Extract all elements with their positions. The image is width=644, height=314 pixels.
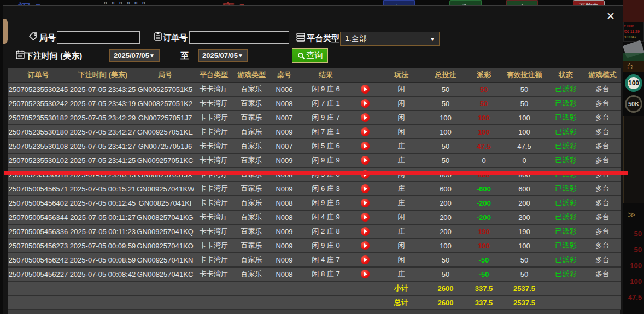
cell-game-type: 百家乐 bbox=[234, 267, 269, 281]
cell-replay bbox=[352, 182, 378, 196]
cell-status: 已派彩 bbox=[548, 153, 584, 167]
cell-replay bbox=[352, 153, 378, 167]
replay-video-icon[interactable] bbox=[361, 85, 370, 94]
cell-game-type: 百家乐 bbox=[234, 253, 269, 267]
cell-valid-bet: 0 bbox=[501, 153, 548, 167]
subtotal-valid-bet: 2537.5 bbox=[501, 281, 548, 295]
replay-video-icon[interactable] bbox=[361, 270, 370, 278]
cell-replay bbox=[352, 96, 378, 111]
cell-payout: 800 bbox=[467, 167, 501, 182]
cell-table-no: N008 bbox=[269, 167, 300, 182]
cell-order-no: 250705005456402 bbox=[8, 196, 69, 210]
cell-table-no: N006 bbox=[269, 82, 300, 96]
close-icon[interactable]: ✕ bbox=[604, 9, 618, 24]
search-button-label: 查询 bbox=[307, 50, 323, 61]
platform-type-select[interactable]: 1.全部 ▼ bbox=[340, 32, 440, 46]
search-button[interactable]: 查询 bbox=[292, 48, 328, 63]
bet-tile-banker: 庄 bbox=[506, 0, 538, 5]
sign-line: /06 11:29 bbox=[624, 29, 643, 34]
cell-game-mode: 多台 bbox=[584, 82, 621, 96]
table-row[interactable]: 250705005456242 2025-07-05 00:08:59 GN00… bbox=[8, 253, 621, 267]
cell-result: 闲 7 庄 1 bbox=[300, 96, 352, 111]
cell-status: 已派彩 bbox=[548, 139, 584, 153]
cell-platform-type: 卡卡湾厅 bbox=[194, 239, 234, 253]
table-row[interactable]: 250705235530180 2025-07-05 23:42:27 GN00… bbox=[8, 125, 621, 139]
date-from-select[interactable]: 2025/07/05 ▼ bbox=[109, 49, 160, 62]
date-to-select[interactable]: 2025/07/05 ▼ bbox=[198, 49, 248, 62]
replay-video-icon[interactable] bbox=[361, 142, 370, 150]
table-row[interactable]: 250705005456344 2025-07-05 00:11:27 GN00… bbox=[8, 210, 621, 224]
replay-video-icon[interactable] bbox=[361, 199, 370, 207]
cell-payout: -200 bbox=[467, 196, 501, 210]
cell-round-no: GN008257041KG bbox=[137, 210, 194, 224]
replay-video-icon[interactable] bbox=[361, 227, 370, 236]
table-row[interactable]: 250705235530018 2025-07-05 23:40:13 GN00… bbox=[8, 167, 621, 182]
chip-50k: 50K bbox=[625, 95, 642, 113]
cell-valid-bet: 50 bbox=[501, 96, 548, 111]
table-row[interactable]: 250705005456336 2025-07-05 00:11:23 GN00… bbox=[8, 224, 621, 239]
round-no-input[interactable] bbox=[57, 31, 140, 44]
cell-total-bet: 100 bbox=[424, 125, 467, 139]
replay-video-icon[interactable] bbox=[361, 113, 370, 122]
cell-play-type: 闲 bbox=[378, 239, 424, 253]
cell-valid-bet: 800 bbox=[501, 167, 548, 182]
collapse-handle[interactable] bbox=[3, 19, 8, 44]
table-row[interactable]: 250705005456273 2025-07-05 00:09:59 GN00… bbox=[8, 239, 621, 253]
replay-video-icon[interactable] bbox=[361, 213, 370, 222]
replay-video-icon[interactable] bbox=[361, 99, 370, 108]
table-row[interactable]: 250705235530108 2025-07-05 23:41:27 GN00… bbox=[8, 139, 621, 153]
table-row[interactable]: 250705005456227 2025-07-05 00:08:42 GN00… bbox=[8, 267, 621, 281]
col-result: 结果 bbox=[300, 68, 352, 82]
cell-status: 已派彩 bbox=[548, 125, 584, 139]
replay-video-icon[interactable] bbox=[361, 156, 370, 165]
cell-game-mode: 多台 bbox=[584, 224, 621, 239]
cell-total-bet: 50 bbox=[424, 96, 467, 111]
cell-game-type: 百家乐 bbox=[234, 224, 269, 239]
cell-table-no: N009 bbox=[269, 253, 300, 267]
replay-video-icon[interactable] bbox=[361, 184, 370, 193]
table-label-bar: 台 bbox=[623, 61, 644, 72]
table-row[interactable]: 250705005456571 2025-07-05 00:15:21 GN00… bbox=[8, 182, 621, 196]
cell-valid-bet: 190 bbox=[501, 224, 548, 239]
col-bet-time: 下注时间 (美东) bbox=[69, 68, 137, 82]
cell-game-mode: 多台 bbox=[584, 239, 621, 253]
cell-bet-time: 2025-07-05 00:08:59 bbox=[69, 253, 137, 267]
cell-table-no: N009 bbox=[269, 239, 300, 253]
table-row[interactable]: 250705235530245 2025-07-05 23:43:25 GN00… bbox=[8, 82, 621, 96]
cell-play-type: 庄 bbox=[378, 267, 424, 281]
cell-round-no: GN009257051KC bbox=[137, 153, 194, 167]
cell-order-no: 250705235530102 bbox=[8, 153, 69, 167]
cell-total-bet: 200 bbox=[424, 196, 467, 210]
calendar-icon bbox=[15, 50, 25, 60]
cell-round-no: GN006257051K5 bbox=[137, 82, 194, 96]
table-row[interactable]: 250705235530102 2025-07-05 23:41:25 GN00… bbox=[8, 153, 621, 167]
col-game-type: 游戏类型 bbox=[234, 68, 269, 82]
bet-tile-player: 闲 bbox=[383, 0, 415, 5]
cell-bet-time: 2025-07-05 23:41:27 bbox=[69, 139, 137, 153]
table-row[interactable]: 250705235530182 2025-07-05 23:42:29 GN00… bbox=[8, 111, 621, 125]
cell-bet-time: 2025-07-05 23:40:13 bbox=[69, 167, 137, 182]
cell-round-no: GN008257041KI bbox=[137, 196, 194, 210]
order-no-input[interactable] bbox=[189, 31, 289, 44]
table-row[interactable]: 250705005456402 2025-07-05 00:12:45 GN00… bbox=[8, 196, 621, 210]
cell-result: 闲 9 庄 9 bbox=[300, 153, 352, 167]
date-from-value: 2025/07/05 bbox=[110, 51, 149, 60]
cell-status: 已派彩 bbox=[548, 82, 584, 96]
cell-play-type: 闲 bbox=[378, 125, 424, 139]
cell-platform-type: 卡卡湾厅 bbox=[194, 210, 234, 224]
replay-video-icon[interactable] bbox=[361, 127, 370, 136]
cell-game-type: 百家乐 bbox=[234, 239, 269, 253]
round-no-label: 局号 bbox=[39, 33, 56, 43]
table-row[interactable]: 250705235530242 2025-07-05 23:43:19 GN00… bbox=[8, 96, 621, 111]
replay-video-icon[interactable] bbox=[361, 255, 370, 264]
cell-replay bbox=[352, 224, 378, 239]
cell-round-no: GN009257051KE bbox=[137, 125, 194, 139]
cell-status: 已派彩 bbox=[548, 167, 584, 182]
cell-game-type: 百家乐 bbox=[234, 111, 269, 125]
tag-icon bbox=[28, 32, 38, 42]
replay-video-icon[interactable] bbox=[361, 241, 370, 250]
cell-order-no: 250705235530180 bbox=[8, 125, 69, 139]
cell-total-bet: 50 bbox=[424, 139, 467, 153]
cell-status: 已派彩 bbox=[548, 210, 584, 224]
titlebar-divider bbox=[3, 25, 623, 25]
